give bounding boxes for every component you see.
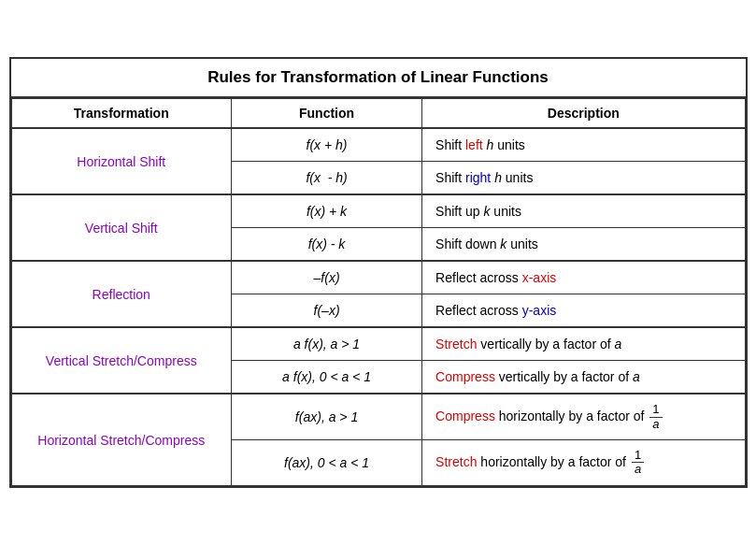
transform-vertical-stretch: Vertical Stretch/Compress — [11, 327, 232, 394]
function-cell: a f(x), a > 1 — [232, 327, 422, 361]
function-cell: a f(x), 0 < a < 1 — [232, 361, 422, 394]
header-function: Function — [232, 99, 422, 129]
fraction-1-over-a: 1 a — [649, 403, 662, 431]
description-cell: Shift left h units — [422, 128, 745, 162]
transform-reflection: Reflection — [11, 261, 232, 327]
function-cell: f(ax), a > 1 — [232, 394, 422, 439]
function-cell: f(–x) — [232, 294, 422, 328]
keyword-compress: Compress — [435, 369, 495, 384]
table-row: Vertical Shift f(x) + k Shift up k units — [11, 194, 745, 228]
function-cell: f(ax), 0 < a < 1 — [232, 440, 422, 486]
table-row: Reflection –f(x) Reflect across x-axis — [11, 261, 745, 294]
description-cell: Shift right h units — [422, 162, 745, 195]
fraction-denominator: a — [649, 418, 662, 431]
table-row: Horizontal Shift f(x + h) Shift left h u… — [11, 128, 745, 162]
description-cell: Compress vertically by a factor of a — [422, 361, 745, 394]
function-cell: –f(x) — [232, 261, 422, 294]
fraction-denominator-2: a — [632, 463, 644, 476]
transform-horizontal-shift: Horizontal Shift — [11, 128, 232, 194]
description-cell: Shift up k units — [422, 194, 745, 228]
fraction-numerator: 1 — [649, 403, 662, 417]
keyword-xaxis: x-axis — [522, 270, 557, 285]
keyword-left: left — [465, 137, 483, 152]
function-cell: f(x) + k — [232, 194, 422, 228]
transform-horizontal-stretch: Horizontal Stretch/Compress — [11, 394, 232, 485]
description-cell: Reflect across y-axis — [422, 294, 745, 328]
header-description: Description — [422, 99, 745, 129]
table-header-row: Transformation Function Description — [11, 99, 745, 129]
function-cell: f(x) - k — [232, 228, 422, 262]
transformation-table: Rules for Transformation of Linear Funct… — [9, 57, 748, 487]
function-cell: f(x - h) — [232, 162, 422, 195]
description-cell: Stretch horizontally by a factor of 1 a — [422, 440, 745, 486]
keyword-compress-h: Compress — [435, 409, 495, 423]
table-row: Horizontal Stretch/Compress f(ax), a > 1… — [11, 394, 745, 439]
keyword-right: right — [465, 170, 491, 185]
function-cell: f(x + h) — [232, 128, 422, 162]
keyword-stretch-h: Stretch — [435, 454, 477, 469]
table-row: Vertical Stretch/Compress a f(x), a > 1 … — [11, 327, 745, 361]
fraction-1-over-a-2: 1 a — [632, 449, 644, 477]
table-title: Rules for Transformation of Linear Funct… — [11, 59, 746, 98]
description-cell: Stretch vertically by a factor of a — [422, 327, 745, 361]
description-cell: Compress horizontally by a factor of 1 a — [422, 394, 745, 439]
keyword-stretch: Stretch — [435, 337, 477, 351]
description-cell: Reflect across x-axis — [422, 261, 745, 294]
keyword-yaxis: y-axis — [522, 303, 557, 318]
description-cell: Shift down k units — [422, 228, 745, 262]
fraction-numerator-2: 1 — [632, 449, 644, 463]
header-transformation: Transformation — [11, 99, 232, 129]
transform-vertical-shift: Vertical Shift — [11, 194, 232, 261]
